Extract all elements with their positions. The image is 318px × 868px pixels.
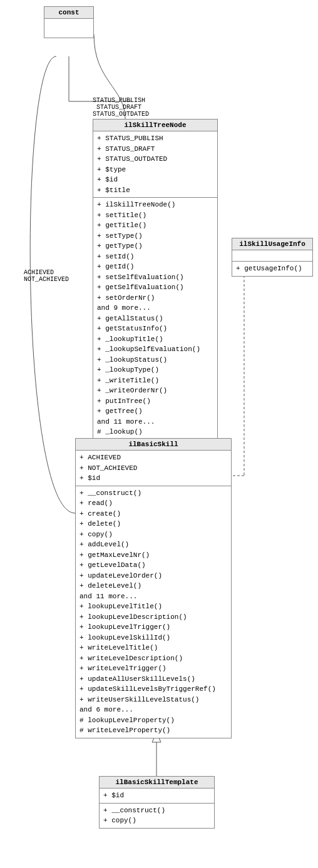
m11: + getAllStatus() [97,314,213,324]
basic-skill-template-box: ilBasicSkillTemplate + $id + __construct… [99,776,215,829]
m0: + ilSkillTreeNode() [97,200,213,210]
bs-m15: + writeLevelTitle() [80,643,227,653]
m17: + _writeTitle() [97,375,213,386]
m20: + getTree() [97,406,213,417]
basic-skill-box: ilBasicSkill + ACHIEVED + NOT_ACHIEVED +… [75,438,232,738]
m10: and 9 more... [97,303,213,314]
m4: + getType() [97,241,213,252]
m6: + getId() [97,262,213,272]
basic-skill-title: ilBasicSkill [76,439,231,451]
prop-0: + STATUS_PUBLISH [97,133,213,144]
skill-usage-info-title: ilSkillUsageInfo [232,238,312,250]
bs-m1: + read() [80,498,227,509]
m15: + _lookupStatus() [97,355,213,365]
bs-prop-2: + $id [80,473,227,484]
m13: + _lookupTitle() [97,334,213,345]
bs-m7: + getLevelData() [80,560,227,571]
bs-m2: + create() [80,509,227,519]
m14: + _lookupSelfEvaluation() [97,344,213,355]
diagram-container: const STATUS_PUBLISH STATUS_DRAFT STATUS… [0,0,318,868]
bs-m8: + updateLevelOrder() [80,571,227,581]
bs-m23: # writeLevelProperty() [80,725,227,736]
m3: + setType() [97,231,213,242]
m9: + setOrderNr() [97,293,213,304]
bs-prop-1: + NOT_ACHIEVED [80,463,227,474]
m5: + setId() [97,252,213,262]
bs-m17: + writeLevelTrigger() [80,663,227,674]
basic-skill-properties: + ACHIEVED + NOT_ACHIEVED + $id [76,451,231,486]
status-label: STATUS_PUBLISH STATUS_DRAFT STATUS_OUTDA… [93,97,149,118]
prop-1: + STATUS_DRAFT [97,144,213,155]
m16: + _lookupType() [97,365,213,375]
basic-skill-template-methods: + __construct() + copy() [100,804,214,828]
bs-m18: + updateAllUserSkillLevels() [80,674,227,685]
skill-usage-info-props [232,250,312,262]
prop-5: + $title [97,185,213,196]
bs-prop-0: + ACHIEVED [80,452,227,463]
prop-2: + STATUS_OUTDATED [97,154,213,165]
const-box: const [44,6,94,38]
m18: + _writeOrderNr() [97,385,213,396]
sui-m0: + getUsageInfo() [236,263,309,274]
skill-tree-node-box: ilSkillTreeNode + STATUS_PUBLISH + STATU… [93,119,218,440]
m2: + getTitle() [97,220,213,231]
bs-m20: + writeUserSkillLevelStatus() [80,695,227,705]
basic-skill-methods: + __construct() + read() + create() + de… [76,486,231,738]
skill-usage-info-box: ilSkillUsageInfo + getUsageInfo() [232,238,313,277]
bs-m21: and 6 more... [80,705,227,715]
m22: # _lookup() [97,427,213,437]
bs-m0: + __construct() [80,488,227,499]
bs-m9: + deleteLevel() [80,581,227,591]
basic-skill-template-properties: + $id [100,789,214,804]
bs-m4: + copy() [80,529,227,540]
prop-3: + $type [97,165,213,175]
m12: + getStatusInfo() [97,324,213,334]
skill-tree-node-methods: + ilSkillTreeNode() + setTitle() + getTi… [93,198,217,439]
basic-skill-template-title: ilBasicSkillTemplate [100,777,214,789]
bs-m10: and 11 more... [80,591,227,602]
bs-m22: # lookupLevelProperty() [80,715,227,726]
bs-m19: + updateSkillLevelsByTriggerRef() [80,684,227,695]
skill-tree-node-properties: + STATUS_PUBLISH + STATUS_DRAFT + STATUS… [93,131,217,198]
bs-m11: + lookupLevelTitle() [80,601,227,612]
skill-usage-info-methods: + getUsageInfo() [232,262,312,276]
bs-m16: + writeLevelDescription() [80,653,227,664]
const-box-body [44,19,93,38]
bs-m14: + lookupLevelSkillId() [80,633,227,643]
prop-4: + $id [97,175,213,185]
bst-m0: + __construct() [103,805,210,816]
bs-m13: + lookupLevelTrigger() [80,622,227,633]
bs-m3: + delete() [80,519,227,529]
const-box-title: const [44,7,93,19]
bst-m1: + copy() [103,815,210,826]
bs-m12: + lookupLevelDescription() [80,612,227,623]
m1: + setTitle() [97,210,213,221]
m7: + setSelfEvaluation() [97,272,213,283]
bst-prop-0: + $id [103,790,210,801]
m19: + putInTree() [97,396,213,407]
bs-m5: + addLevel() [80,539,227,550]
m8: + getSelfEvaluation() [97,282,213,293]
bs-m6: + getMaxLevelNr() [80,550,227,561]
skill-tree-node-title: ilSkillTreeNode [93,120,217,131]
achieved-label: ACHIEVED NOT_ACHIEVED [24,269,69,283]
m21: and 11 more... [97,417,213,427]
